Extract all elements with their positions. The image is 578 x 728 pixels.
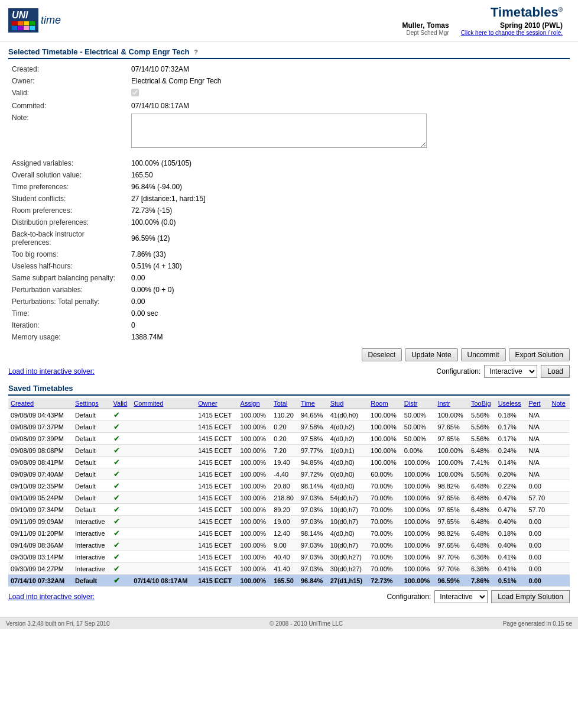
table-cell: 94.65% — [298, 409, 328, 421]
table-cell: 97.03% — [298, 551, 328, 563]
table-cell: 100.00% — [402, 480, 436, 492]
table-row[interactable]: 09/09/09 07:40AMDefault✔1415 ECET100.00%… — [8, 468, 570, 480]
stat-label-1: Overall solution value: — [9, 170, 128, 180]
table-cell: 09/11/09 09:09AM — [8, 516, 73, 528]
col-time[interactable]: Time — [298, 398, 328, 409]
table-row[interactable]: 09/10/09 07:34PMDefault✔1415 ECET100.00%… — [8, 504, 570, 516]
uncommit-button[interactable]: Uncommit — [461, 348, 506, 361]
table-row[interactable]: 09/30/09 03:14PMInteractive✔1415 ECET100… — [8, 551, 570, 563]
table-row[interactable]: 09/10/09 05:24PMDefault✔1415 ECET100.00%… — [8, 492, 570, 504]
load-empty-solution-button[interactable]: Load Empty Solution — [491, 590, 570, 603]
table-cell: 60.00% — [368, 468, 402, 480]
table-cell: 100.00% — [238, 551, 272, 563]
stat-value-3: 27 [distance:1, hard:15] — [129, 193, 569, 204]
table-cell: 10(d0,h7) — [328, 539, 369, 551]
table-cell: 1415 ECET — [196, 409, 238, 421]
col-pert[interactable]: Pert — [526, 398, 549, 409]
table-cell: 50.00% — [402, 421, 436, 433]
created-label: Created: — [9, 64, 128, 75]
table-cell: 89.20 — [271, 504, 298, 516]
table-cell: 100.00% — [435, 468, 469, 480]
saved-timetables-table: Created Settings Valid Commited Owner As… — [8, 398, 570, 587]
col-total[interactable]: Total — [271, 398, 298, 409]
table-cell: 5.56% — [469, 468, 496, 480]
table-cell: 09/08/09 04:43PM — [8, 409, 73, 421]
col-instr[interactable]: Instr — [435, 398, 469, 409]
table-row[interactable]: 09/08/09 07:39PMDefault✔1415 ECET100.00%… — [8, 433, 570, 445]
table-cell: N/A — [526, 468, 549, 480]
table-cell: 72.73% — [368, 575, 402, 587]
table-cell: 97.65% — [435, 504, 469, 516]
table-cell: 97.03% — [298, 492, 328, 504]
footer-solver-link[interactable]: Load into interactive solver: — [8, 593, 95, 601]
table-row[interactable]: 09/08/09 08:41PMDefault✔1415 ECET100.00%… — [8, 457, 570, 468]
col-useless[interactable]: Useless — [496, 398, 527, 409]
col-room[interactable]: Room — [368, 398, 402, 409]
col-settings[interactable]: Settings — [73, 398, 111, 409]
table-row[interactable]: 09/08/09 07:37PMDefault✔1415 ECET100.00%… — [8, 421, 570, 433]
session-link[interactable]: Click here to change the session / role. — [461, 30, 563, 36]
update-note-button[interactable]: Update Note — [405, 348, 457, 361]
table-cell: 97.65% — [435, 492, 469, 504]
table-row[interactable]: 07/14/10 07:32AMDefault✔07/14/10 08:17AM… — [8, 575, 570, 587]
table-cell: 0.20 — [271, 433, 298, 445]
col-toobig[interactable]: TooBig — [469, 398, 496, 409]
table-cell: 41.40 — [271, 563, 298, 575]
table-cell: 27(d1,h15) — [328, 575, 369, 587]
col-commited[interactable]: Commited — [131, 398, 196, 409]
col-distr[interactable]: Distr — [402, 398, 436, 409]
table-cell — [131, 539, 196, 551]
table-cell: 100.00% — [368, 433, 402, 445]
col-created[interactable]: Created — [8, 398, 73, 409]
commited-value: 07/14/10 08:17AM — [129, 101, 569, 111]
table-cell: 9.00 — [271, 539, 298, 551]
stat-value-6: 96.59% (12) — [129, 229, 569, 248]
col-assign[interactable]: Assign — [238, 398, 272, 409]
table-cell: 100.00% — [238, 516, 272, 528]
table-cell: Default — [73, 457, 111, 468]
table-cell: 57.70 — [526, 492, 549, 504]
table-cell — [550, 492, 570, 504]
footer-config-select[interactable]: Interactive Default — [434, 590, 488, 603]
table-cell: 7.20 — [271, 445, 298, 457]
table-row[interactable]: 09/10/09 02:35PMDefault✔1415 ECET100.00%… — [8, 480, 570, 492]
top-config-select[interactable]: Interactive Default Custom — [484, 365, 537, 378]
table-cell: Interactive — [73, 551, 111, 563]
table-row[interactable]: 09/11/09 01:20PMInteractive✔1415 ECET100… — [8, 528, 570, 539]
table-cell: ✔ — [111, 551, 132, 563]
col-valid[interactable]: Valid — [111, 398, 132, 409]
stat-label-5: Distribution preferences: — [9, 217, 128, 228]
table-cell: Default — [73, 504, 111, 516]
table-cell: ✔ — [111, 492, 132, 504]
table-cell: 100.00% — [368, 409, 402, 421]
top-solver-row: Load into interactive solver: Configurat… — [8, 365, 570, 378]
deselect-button[interactable]: Deselect — [362, 348, 402, 361]
col-owner[interactable]: Owner — [196, 398, 238, 409]
table-cell: ✔ — [111, 468, 132, 480]
table-cell: 0.22% — [496, 480, 527, 492]
table-cell: 4(d0,h2) — [328, 421, 369, 433]
note-textarea[interactable] — [131, 114, 427, 148]
table-cell: 12.40 — [271, 528, 298, 539]
footer-config-area: Configuration: Interactive Default Load … — [387, 590, 570, 603]
table-row[interactable]: 09/30/09 04:27PMInteractive✔1415 ECET100… — [8, 563, 570, 575]
table-cell: 100.00% — [402, 516, 436, 528]
table-cell: 0.18% — [496, 409, 527, 421]
table-cell: 1415 ECET — [196, 575, 238, 587]
col-note[interactable]: Note — [550, 398, 570, 409]
export-solution-button[interactable]: Export Solution — [509, 348, 570, 361]
saved-timetables-section: Saved Timetables Created Settings Valid … — [8, 384, 570, 603]
logo: UNI time — [8, 8, 79, 33]
table-row[interactable]: 09/08/09 04:43PMDefault✔1415 ECET100.00%… — [8, 409, 570, 421]
col-stud[interactable]: Stud — [328, 398, 369, 409]
table-cell: 0.00% — [402, 445, 436, 457]
table-row[interactable]: 09/08/09 08:08PMDefault✔1415 ECET100.00%… — [8, 445, 570, 457]
table-cell: 110.20 — [271, 409, 298, 421]
table-cell: 0.17% — [496, 421, 527, 433]
table-row[interactable]: 09/14/09 08:36AMInteractive✔1415 ECET100… — [8, 539, 570, 551]
table-row[interactable]: 09/11/09 09:09AMInteractive✔1415 ECET100… — [8, 516, 570, 528]
top-solver-link[interactable]: Load into interactive solver: — [8, 367, 95, 376]
table-cell — [550, 516, 570, 528]
top-load-button[interactable]: Load — [541, 365, 570, 378]
table-cell: 10(d0,h7) — [328, 504, 369, 516]
